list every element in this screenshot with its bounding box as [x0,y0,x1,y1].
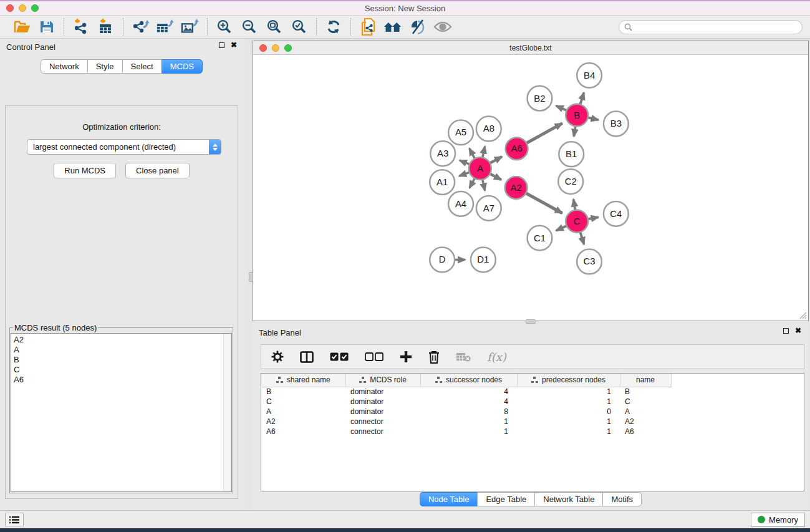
memory-button[interactable]: Memory [751,513,805,527]
table-cell[interactable]: 1 [517,387,620,397]
float-table-panel-icon[interactable] [783,328,789,334]
table-cell[interactable]: A [261,407,345,417]
tab-style[interactable]: Style [87,59,123,74]
table-cell[interactable]: A [620,407,671,417]
table-cell[interactable]: A2 [620,417,671,427]
graph-node-B3[interactable]: B3 [604,112,629,137]
table-cell[interactable]: 4 [420,387,517,397]
graph-node-A5[interactable]: A5 [448,120,473,145]
list-scrollbar[interactable] [223,334,231,491]
window-resize-grip[interactable] [799,311,807,319]
table-cell[interactable]: dominator [345,397,420,407]
search-box[interactable] [619,20,803,34]
table-cell[interactable]: 0 [517,407,620,417]
result-item[interactable]: A [14,345,231,355]
result-item[interactable]: A2 [14,335,231,345]
table-cell[interactable]: 1 [517,417,620,427]
export-network-icon[interactable] [131,17,150,36]
mcds-result-listbox[interactable]: A2ABCA6 [11,333,232,492]
graph-node-C[interactable]: C [566,210,588,233]
table-row[interactable]: Cdominator41C [261,397,671,407]
tab-mcds[interactable]: MCDS [162,59,203,74]
zoom-selected-icon[interactable] [290,17,309,36]
graph-node-C2[interactable]: C2 [558,169,583,194]
graph-node-A[interactable]: A [469,157,491,180]
table-cell[interactable]: C [620,397,671,407]
export-table-icon[interactable] [156,17,175,36]
graph-node-C3[interactable]: C3 [577,249,602,274]
graph-node-B1[interactable]: B1 [559,142,584,167]
zoom-fit-icon[interactable] [265,17,284,36]
column-header-MCDS-role[interactable]: MCDS role [345,374,420,387]
import-network-icon[interactable] [72,17,90,36]
table-cell[interactable]: 1 [517,397,620,407]
zoom-in-icon[interactable] [215,17,234,36]
gear-icon[interactable] [271,351,284,363]
show-hide-icon[interactable] [433,17,452,36]
close-panel-icon[interactable]: ✖ [231,42,237,48]
result-item[interactable]: A6 [14,375,231,385]
clone-network-icon[interactable] [359,17,377,36]
tab-network[interactable]: Network [41,59,88,74]
result-item[interactable]: C [14,365,231,375]
criterion-dropdown[interactable]: largest connected component (directed) [27,139,221,155]
function-builder-icon[interactable]: f(x) [487,351,506,364]
table-cell[interactable]: A2 [261,417,345,427]
refresh-icon[interactable] [324,17,343,36]
delete-table-icon[interactable] [456,352,471,362]
export-image-icon[interactable] [181,17,200,36]
graph-node-A2[interactable]: A2 [505,177,528,199]
close-panel-button[interactable]: Close panel [125,163,190,178]
table-cell[interactable]: 1 [420,427,517,437]
tab-select[interactable]: Select [122,59,162,74]
table-cell[interactable]: B [261,387,345,397]
table-cell[interactable]: 1 [420,417,517,427]
graph-node-A8[interactable]: A8 [476,117,501,142]
select-all-icon[interactable] [330,352,349,361]
vertical-splitter-handle[interactable] [249,272,253,282]
table-row[interactable]: Adominator80A [261,407,671,417]
result-item[interactable]: B [14,355,231,365]
graph-node-C1[interactable]: C1 [528,226,552,251]
table-cell[interactable]: 4 [420,397,517,407]
graph-node-A7[interactable]: A7 [476,196,501,221]
table-cell[interactable]: 1 [517,427,620,437]
table-cell[interactable]: B [620,387,671,397]
table-cell[interactable]: dominator [345,387,420,397]
table-cell[interactable]: connector [345,427,420,437]
table-row[interactable]: A2connector11A2 [261,417,671,427]
deselect-all-icon[interactable] [365,352,383,361]
graph-node-A6[interactable]: A6 [506,137,528,160]
close-table-panel-icon[interactable]: ✖ [795,328,801,334]
search-input[interactable] [636,22,797,31]
tab-motifs[interactable]: Motifs [602,492,642,506]
float-panel-icon[interactable] [219,42,224,48]
table-cell[interactable]: dominator [345,407,420,417]
graph-node-D1[interactable]: D1 [471,248,496,273]
delete-column-icon[interactable] [428,351,440,364]
add-column-icon[interactable] [400,351,412,363]
graph-node-C4[interactable]: C4 [604,201,629,226]
table-row[interactable]: Bdominator41B [261,387,671,397]
table-row[interactable]: A6connector11A6 [261,427,671,437]
open-file-icon[interactable] [12,17,31,36]
column-header-successor-nodes[interactable]: successor nodes [420,374,517,387]
table-cell[interactable]: A6 [620,427,671,437]
tab-network-table[interactable]: Network Table [534,492,603,506]
task-history-button[interactable] [5,513,24,526]
graph-node-A1[interactable]: A1 [430,170,455,195]
graph-node-D[interactable]: D [430,248,455,273]
tab-node-table[interactable]: Node Table [420,492,478,506]
network-window-titlebar[interactable]: testGlobe.txt [253,41,808,55]
home-icon[interactable] [383,17,402,36]
column-header-predecessor-nodes[interactable]: predecessor nodes [517,374,620,387]
save-session-icon[interactable] [37,17,56,36]
graph-node-B4[interactable]: B4 [577,63,602,88]
column-header-name[interactable]: name [620,374,671,387]
graphics-details-icon[interactable] [408,17,427,36]
column-header-shared-name[interactable]: shared name [261,374,345,387]
table-cell[interactable]: A6 [261,427,345,437]
horizontal-splitter-handle[interactable] [526,319,536,324]
zoom-out-icon[interactable] [240,17,259,36]
graph-node-A4[interactable]: A4 [448,191,473,216]
